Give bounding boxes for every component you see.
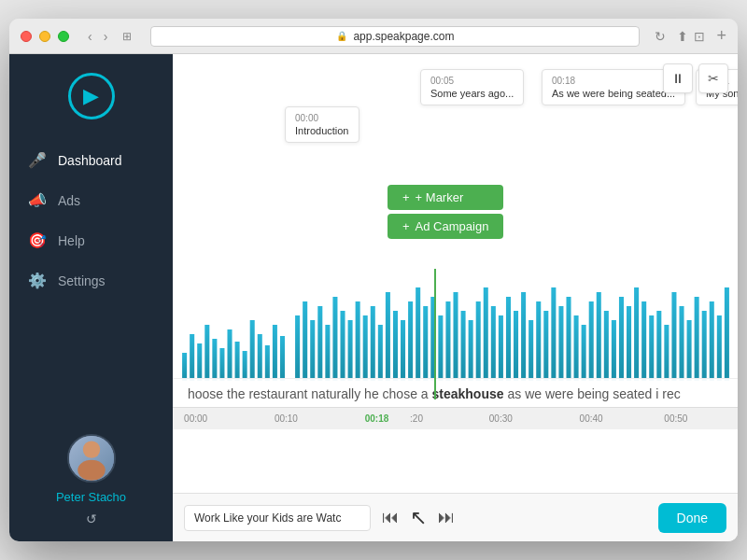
transcript-after: as we were being seated i rec <box>504 386 681 401</box>
svg-rect-36 <box>445 301 450 381</box>
svg-rect-71 <box>710 301 714 381</box>
marker-button[interactable]: + + Marker <box>388 185 503 210</box>
sidebar-item-help[interactable]: 🎯 Help <box>9 222 173 259</box>
svg-rect-39 <box>469 320 473 381</box>
svg-rect-4 <box>197 343 202 381</box>
svg-rect-50 <box>551 287 556 381</box>
svg-rect-62 <box>641 301 646 381</box>
svg-rect-10 <box>243 351 247 381</box>
user-name: Peter Stacho <box>56 490 126 504</box>
ad-campaign-label: Ad Campaign <box>416 219 489 233</box>
svg-rect-53 <box>574 315 579 381</box>
svg-rect-17 <box>303 301 307 381</box>
segment-intro[interactable]: 00:00 Introduction <box>285 106 359 143</box>
address-bar[interactable]: 🔒 app.speakpage.com <box>150 26 640 47</box>
minimize-button[interactable] <box>39 31 50 42</box>
app-window: ‹ › ⊞ 🔒 app.speakpage.com ↻ ⬆ ⊡ + ▶ 🎤 Da… <box>9 19 738 541</box>
svg-rect-7 <box>219 348 224 381</box>
svg-rect-23 <box>348 320 353 381</box>
svg-rect-58 <box>612 320 616 381</box>
svg-point-1 <box>78 460 106 481</box>
dashboard-label: Dashboard <box>58 153 122 168</box>
done-button[interactable]: Done <box>658 503 726 533</box>
svg-rect-49 <box>543 311 548 381</box>
share-button[interactable]: ⬆ <box>677 29 688 44</box>
microphone-icon: 🎤 <box>28 151 47 169</box>
svg-rect-69 <box>695 297 699 381</box>
new-tab-button[interactable]: ⊡ <box>694 29 705 44</box>
settings-label: Settings <box>58 273 106 288</box>
svg-rect-9 <box>235 342 240 381</box>
close-button[interactable] <box>21 31 32 42</box>
svg-rect-54 <box>582 325 586 381</box>
svg-rect-47 <box>529 320 533 381</box>
ad-campaign-button[interactable]: + Ad Campaign <box>388 214 503 239</box>
svg-rect-6 <box>212 339 217 381</box>
refresh-icon[interactable]: ↺ <box>86 511 97 526</box>
svg-rect-59 <box>619 297 624 381</box>
plus-icon: + <box>402 190 410 204</box>
editor-toolbar: ⏸ ✂ <box>663 63 728 93</box>
svg-rect-68 <box>687 320 692 381</box>
svg-rect-24 <box>356 301 360 381</box>
scissors-button[interactable]: ✂ <box>698 63 728 93</box>
tick-0010: 00:10 <box>275 413 298 424</box>
tick-0030: 00:30 <box>489 413 513 424</box>
svg-rect-51 <box>558 306 563 381</box>
forward-icon: ⏭ <box>438 508 455 527</box>
svg-rect-16 <box>295 315 300 381</box>
segments-row: 00:00 Introduction 00:05 Some years ago.… <box>173 69 738 153</box>
sidebar-item-ads[interactable]: 📣 Ads <box>9 182 173 218</box>
rewind-button[interactable]: ⏮ <box>382 508 399 527</box>
svg-rect-46 <box>521 292 526 381</box>
cursor-button[interactable]: ↖ <box>410 506 427 530</box>
svg-rect-65 <box>664 325 669 381</box>
sidebar-footer: Peter Stacho ↺ <box>56 434 126 541</box>
ads-icon: 📣 <box>28 191 47 209</box>
svg-rect-61 <box>634 287 639 381</box>
svg-rect-57 <box>604 311 609 381</box>
transcript-text: hoose the restaurant naturally he chose … <box>173 378 738 409</box>
segment-text: Some years ago... <box>430 88 514 99</box>
sidebar-item-dashboard[interactable]: 🎤 Dashboard <box>9 142 173 178</box>
transcript-highlight: steakhouse <box>432 386 504 401</box>
svg-rect-33 <box>423 306 428 381</box>
svg-rect-35 <box>438 315 443 381</box>
back-button[interactable]: ‹ <box>84 27 96 46</box>
svg-rect-56 <box>597 292 601 381</box>
segment-time: 00:05 <box>430 76 514 86</box>
forward-button[interactable]: › <box>100 27 112 46</box>
add-tab-button[interactable]: + <box>716 26 726 46</box>
svg-rect-64 <box>656 311 661 381</box>
svg-rect-22 <box>340 311 345 381</box>
lock-icon: 🔒 <box>336 31 347 41</box>
marker-label: + Marker <box>416 190 464 204</box>
logo: ▶ <box>68 73 115 119</box>
layout-button[interactable]: ⊞ <box>119 28 135 45</box>
segment-1[interactable]: 00:05 Some years ago... <box>420 69 524 105</box>
plus-icon: + <box>402 219 410 233</box>
url-text: app.speakpage.com <box>353 30 454 43</box>
svg-rect-29 <box>393 311 398 381</box>
svg-rect-63 <box>649 315 654 381</box>
forward-button[interactable]: ⏭ <box>438 508 455 527</box>
svg-rect-26 <box>371 306 375 381</box>
tick-0040: 00:40 <box>580 413 603 424</box>
refresh-button[interactable]: ↻ <box>655 29 666 44</box>
maximize-button[interactable] <box>58 31 69 42</box>
svg-rect-43 <box>499 315 503 381</box>
svg-rect-30 <box>401 320 405 381</box>
svg-rect-45 <box>514 311 518 381</box>
svg-rect-31 <box>408 301 413 381</box>
pause-button[interactable]: ⏸ <box>663 63 693 93</box>
rewind-icon: ⏮ <box>382 508 399 527</box>
svg-point-0 <box>82 441 99 457</box>
ads-label: Ads <box>58 193 80 208</box>
help-label: Help <box>58 233 85 248</box>
svg-rect-14 <box>273 325 277 381</box>
svg-rect-73 <box>725 287 729 381</box>
help-icon: 🎯 <box>28 231 47 249</box>
svg-rect-25 <box>363 315 368 381</box>
episode-title: Work Like your Kids are Watc <box>184 505 371 531</box>
sidebar-item-settings[interactable]: ⚙️ Settings <box>9 262 173 299</box>
